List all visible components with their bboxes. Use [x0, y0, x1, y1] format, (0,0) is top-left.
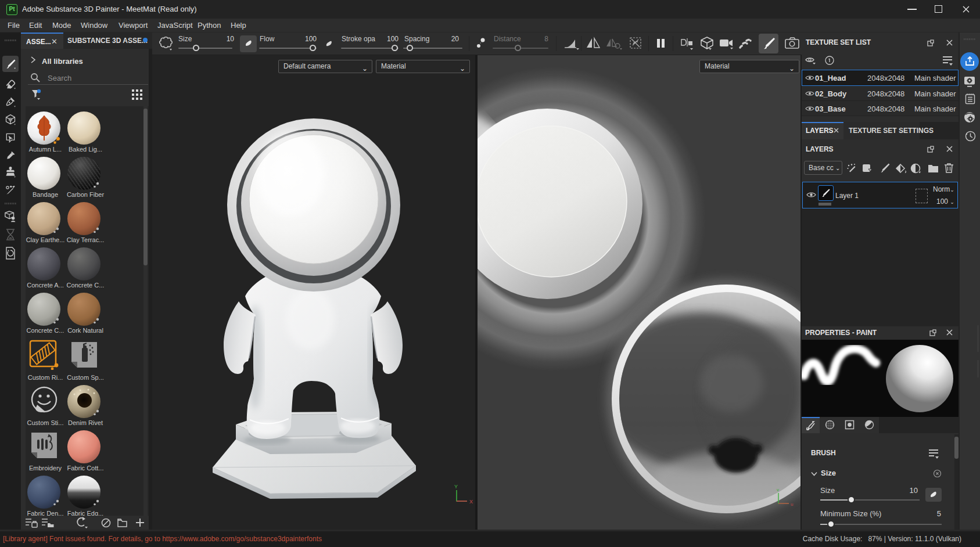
- svg-text:X: X: [469, 499, 473, 505]
- svg-text:Y: Y: [454, 484, 458, 490]
- svg-text:v: v: [777, 487, 779, 492]
- svg-text:u: u: [791, 502, 793, 507]
